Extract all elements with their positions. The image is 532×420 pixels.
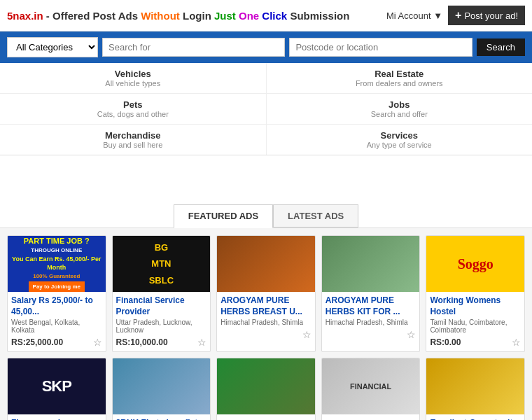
my-account-link[interactable]: Mi Account ▼ [386, 10, 442, 21]
title-part-7: One [239, 10, 259, 22]
title-part-8: Click [259, 10, 290, 22]
star-icon-1[interactable]: ☆ [93, 337, 102, 348]
ad-price-5: RS:0.00 [430, 337, 461, 347]
category-name: Vehicles [7, 69, 259, 79]
ad-image-1: PART TIME JOB ? THROUGH ONLINE You Can E… [8, 236, 106, 292]
title-part-1: 5nax.in [7, 10, 43, 22]
search-bar: All Categories Search [0, 31, 532, 63]
ad-body-4: AROGYAM PURE HERBS KIT FOR ... Himachal … [322, 292, 420, 344]
ad-image-9: FINANCIAL [322, 358, 420, 414]
ad-body-8 [217, 414, 315, 420]
site-title: 5nax.in - Offered Post Ads Without Login… [7, 10, 349, 22]
ad-price-2: RS:10,000.00 [116, 337, 168, 347]
ad-card-9: FINANCIAL [321, 358, 421, 420]
ad-card-2: BG MTN SBLC Financial Service Provider U… [112, 235, 211, 352]
category-row-2: Pets Cats, dogs and other Jobs Search an… [0, 94, 532, 125]
category-name: Merchandise [7, 130, 259, 141]
ad-image-4 [322, 236, 420, 292]
category-select[interactable]: All Categories [7, 37, 98, 57]
category-merchandise[interactable]: Merchandise Buy and sell here [0, 125, 267, 155]
ad-title-2[interactable]: Financial Service Provider [116, 295, 207, 317]
ad-image-5: Soggo [426, 236, 524, 292]
ad-body-2: Financial Service Provider Uttar Pradesh… [113, 292, 211, 351]
ad-image-2: BG MTN SBLC [113, 236, 211, 292]
ad-body-1: Salary Rs 25,000/- to 45,00... West Beng… [8, 292, 106, 351]
ad-card-6: SKP Finance and Accounting Outs... Mahar… [7, 358, 106, 420]
ad-card-8 [216, 358, 316, 420]
category-desc: Search and offer [274, 110, 526, 118]
ad-body-6: Finance and Accounting Outs... Maharasht… [8, 414, 106, 420]
ad-card-7: 3BHK First class flat for s... Tamil Nad… [112, 358, 211, 420]
ad-title-1[interactable]: Salary Rs 25,000/- to 45,00... [11, 295, 102, 317]
ad-card-5: Soggo Working Womens Hostel Tamil Nadu, … [426, 235, 525, 352]
star-icon-5[interactable]: ☆ [512, 337, 521, 348]
category-vehicles[interactable]: Vehicles All vehicle types [0, 63, 267, 93]
ad-image-6: SKP [8, 358, 106, 414]
tab-featured-ads[interactable]: FEATURED ADS [174, 204, 273, 228]
category-name: Services [274, 130, 526, 141]
category-row-3: Merchandise Buy and sell here Services A… [0, 125, 532, 155]
ads-section: PART TIME JOB ? THROUGH ONLINE You Can E… [0, 228, 532, 420]
banner-area [0, 155, 532, 197]
ad-image-8 [217, 358, 315, 414]
category-desc: Buy and sell here [7, 141, 259, 149]
category-row-1: Vehicles All vehicle types Real Estate F… [0, 63, 532, 94]
ad-card-10: Excellent Opportunity to Ea... Andhra Pr… [426, 358, 525, 420]
ad-location-3: Himachal Pradesh, Shimla [220, 318, 312, 326]
category-name: Jobs [274, 99, 526, 110]
ad-title-3[interactable]: AROGYAM PURE HERBS BREAST U... [220, 295, 312, 317]
ad-card-1: PART TIME JOB ? THROUGH ONLINE You Can E… [7, 235, 106, 352]
title-part-9: Submission [290, 10, 349, 22]
ad-card-4: AROGYAM PURE HERBS KIT FOR ... Himachal … [321, 235, 421, 352]
tabs-section: FEATURED ADS LATEST ADS [0, 197, 532, 228]
ad-price-row-3: ☆ [220, 329, 312, 340]
category-desc: From dealers and owners [274, 79, 526, 88]
category-name: Pets [7, 99, 259, 110]
tab-latest-ads[interactable]: LATEST ADS [273, 204, 358, 227]
search-button[interactable]: Search [477, 38, 525, 56]
ad-body-5: Working Womens Hostel Tamil Nadu, Coimba… [426, 292, 524, 351]
ad-body-10: Excellent Opportunity to Ea... Andhra Pr… [426, 414, 524, 420]
star-icon-4[interactable]: ☆ [407, 329, 416, 340]
ad-location-5: Tamil Nadu, Coimbatore, Coimbatore [430, 318, 521, 334]
ad-img-content-2: BG MTN SBLC [113, 236, 211, 292]
search-input[interactable] [102, 38, 285, 57]
ad-image-10 [426, 358, 524, 414]
ad-price-row-5: RS:0.00 ☆ [430, 337, 521, 348]
category-pets[interactable]: Pets Cats, dogs and other [0, 94, 267, 124]
star-icon-3[interactable]: ☆ [302, 329, 312, 340]
post-ad-button[interactable]: + Post your ad! [448, 6, 525, 25]
plus-icon: + [455, 9, 461, 22]
ad-location-2: Uttar Pradesh, Lucknow, Lucknow [116, 318, 207, 334]
star-icon-2[interactable]: ☆ [197, 337, 206, 348]
category-desc: Cats, dogs and other [7, 110, 259, 118]
category-services[interactable]: Services Any type of service [267, 125, 533, 155]
title-part-4: Login [180, 10, 214, 22]
category-grid: Vehicles All vehicle types Real Estate F… [0, 63, 532, 155]
ad-price-1: RS:25,000.00 [11, 337, 63, 347]
category-name: Real Estate [274, 69, 526, 79]
category-desc: All vehicle types [7, 79, 259, 88]
title-part-5: Just [214, 10, 236, 22]
category-desc: Any type of service [274, 141, 526, 149]
ad-body-3: AROGYAM PURE HERBS BREAST U... Himachal … [217, 292, 315, 344]
title-part-3: Without [141, 10, 180, 22]
ad-body-7: 3BHK First class flat for s... Tamil Nad… [113, 414, 211, 420]
ad-location-4: Himachal Pradesh, Shimla [326, 318, 416, 326]
ads-grid: PART TIME JOB ? THROUGH ONLINE You Can E… [7, 235, 525, 420]
ad-title-4[interactable]: AROGYAM PURE HERBS KIT FOR ... [326, 295, 416, 317]
ad-title-5[interactable]: Working Womens Hostel [430, 295, 521, 317]
category-jobs[interactable]: Jobs Search and offer [267, 94, 533, 124]
ad-price-row-4: ☆ [326, 329, 416, 340]
location-input[interactable] [289, 38, 472, 57]
ad-price-row-1: RS:25,000.00 ☆ [11, 337, 102, 348]
ad-card-3: AROGYAM PURE HERBS BREAST U... Himachal … [216, 235, 316, 352]
ad-body-9 [322, 414, 420, 420]
category-real-estate[interactable]: Real Estate From dealers and owners [267, 63, 533, 93]
title-part-2: - Offered Post Ads [43, 10, 141, 22]
ad-image-7 [113, 358, 211, 414]
header-right: Mi Account ▼ + Post your ad! [386, 6, 525, 25]
header: 5nax.in - Offered Post Ads Without Login… [0, 0, 532, 31]
ad-img-content: PART TIME JOB ? THROUGH ONLINE You Can E… [8, 236, 106, 292]
ad-image-3 [217, 236, 315, 292]
